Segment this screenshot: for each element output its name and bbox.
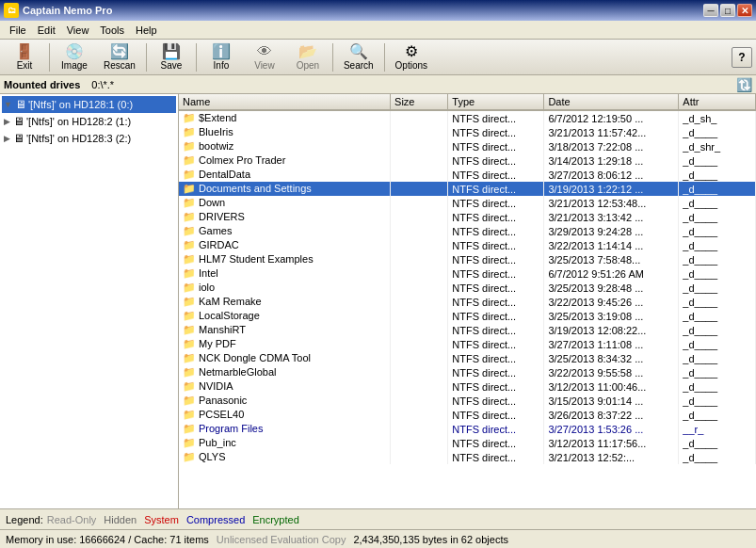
file-attr: _d____	[679, 394, 756, 408]
legend-bar: Legend: Read-Only Hidden System Compress…	[0, 508, 756, 529]
save-button[interactable]: 💾 Save	[151, 41, 192, 73]
table-row[interactable]: 📁DRIVERSNTFS direct...3/21/2013 3:13:42 …	[179, 210, 756, 224]
exit-button[interactable]: 🚪 Exit	[4, 41, 45, 73]
table-row[interactable]: 📁IntelNTFS direct...6/7/2012 9:51:26 AM_…	[179, 266, 756, 281]
table-row[interactable]: 📁GIRDACNTFS direct...3/22/2013 1:14:14 .…	[179, 238, 756, 252]
table-row[interactable]: 📁KaM RemakeNTFS direct...3/22/2013 9:45:…	[179, 295, 756, 309]
close-button[interactable]: ✕	[737, 4, 752, 17]
file-type: NTFS direct...	[448, 323, 544, 337]
file-size	[391, 394, 448, 408]
menu-tools[interactable]: Tools	[94, 23, 130, 38]
table-row[interactable]: 📁NetmarbleGlobalNTFS direct...3/22/2013 …	[179, 365, 756, 379]
table-row[interactable]: 📁NCK Dongle CDMA ToolNTFS direct...3/25/…	[179, 351, 756, 365]
legend-hidden: Hidden	[104, 514, 137, 525]
file-name: 📁bootwiz	[179, 139, 391, 153]
title-bar: 🗂 Captain Nemo Pro ─ □ ✕	[0, 0, 756, 21]
file-name: 📁GIRDAC	[179, 238, 391, 252]
view-icon: 👁	[257, 44, 272, 59]
rescan-icon: 🔄	[110, 44, 129, 59]
col-header-date[interactable]: Date	[544, 94, 679, 110]
table-row[interactable]: 📁Program FilesNTFS direct...3/27/2013 1:…	[179, 422, 756, 436]
table-row[interactable]: 📁BlueIrisNTFS direct...3/21/2013 11:57:4…	[179, 125, 756, 139]
rescan-label: Rescan	[104, 60, 136, 71]
file-attr: _d____	[679, 379, 756, 394]
file-type: NTFS direct...	[448, 436, 544, 450]
table-row[interactable]: 📁QLYSNTFS direct...3/21/2013 12:52:..._d…	[179, 450, 756, 464]
file-size	[391, 139, 448, 153]
file-type: NTFS direct...	[448, 365, 544, 379]
view-button[interactable]: 👁 View	[244, 41, 285, 73]
options-button[interactable]: ⚙ Options	[389, 41, 434, 73]
save-icon: 💾	[162, 44, 181, 59]
menu-edit[interactable]: Edit	[32, 23, 61, 38]
file-date: 3/19/2013 1:22:12 ...	[544, 182, 679, 196]
path-value: 0:\*.*	[91, 79, 114, 90]
table-row[interactable]: 📁$ExtendNTFS direct...6/7/2012 12:19:50 …	[179, 110, 756, 125]
file-icon: 📁	[183, 409, 196, 421]
col-header-type[interactable]: Type	[448, 94, 544, 110]
table-row[interactable]: 📁DownNTFS direct...3/21/2013 12:53:48...…	[179, 196, 756, 210]
open-button[interactable]: 📂 Open	[287, 41, 329, 73]
table-row[interactable]: 📁ManshiRTNTFS direct...3/19/2013 12:08:2…	[179, 323, 756, 337]
menu-file[interactable]: File	[4, 23, 32, 38]
table-row[interactable]: 📁DentalDataNTFS direct...3/27/2013 8:06:…	[179, 168, 756, 182]
table-row[interactable]: 📁PanasonicNTFS direct...3/15/2013 9:01:1…	[179, 394, 756, 408]
title-buttons: ─ □ ✕	[703, 4, 752, 17]
file-icon: 📁	[183, 211, 196, 223]
search-button[interactable]: 🔍 Search	[337, 41, 380, 73]
table-row[interactable]: 📁PCSEL40NTFS direct...3/26/2013 8:37:22 …	[179, 408, 756, 422]
rescan-button[interactable]: 🔄 Rescan	[97, 41, 142, 73]
table-row[interactable]: 📁NVIDIANTFS direct...3/12/2013 11:00:46.…	[179, 379, 756, 394]
drive-item-0[interactable]: ▼ 🖥 '[Ntfs]' on HD128:1 (0:)	[2, 96, 176, 113]
toolbar-sep-4	[332, 43, 333, 72]
maximize-button[interactable]: □	[720, 4, 735, 17]
legend-compressed: Compressed	[186, 514, 245, 525]
file-icon: 📁	[183, 296, 196, 308]
search-icon: 🔍	[349, 44, 368, 59]
refresh-icon[interactable]: 🔃	[736, 77, 752, 92]
file-size	[391, 238, 448, 252]
col-header-name[interactable]: Name	[179, 94, 391, 110]
minimize-button[interactable]: ─	[703, 4, 718, 17]
file-date: 3/12/2013 11:17:56...	[544, 436, 679, 450]
help-button[interactable]: ?	[732, 47, 752, 68]
info-label: Info	[214, 60, 230, 71]
file-name: 📁DentalData	[179, 168, 391, 182]
col-header-attr[interactable]: Attr	[679, 94, 756, 110]
file-icon: 📁	[183, 338, 196, 350]
file-type: NTFS direct...	[448, 168, 544, 182]
table-row[interactable]: 📁HLM7 Student ExamplesNTFS direct...3/25…	[179, 252, 756, 266]
file-date: 3/18/2013 7:22:08 ...	[544, 139, 679, 153]
menu-help[interactable]: Help	[130, 23, 163, 38]
file-icon: 📁	[183, 112, 196, 124]
file-name: 📁iolo	[179, 281, 391, 295]
info-button[interactable]: ℹ️ Info	[201, 41, 242, 73]
table-row[interactable]: 📁GamesNTFS direct...3/29/2013 9:24:28 ..…	[179, 224, 756, 238]
toolbar-sep-2	[146, 43, 147, 72]
file-name: 📁My PDF	[179, 337, 391, 351]
file-icon: 📁	[183, 267, 196, 280]
table-row[interactable]: 📁Colmex Pro TraderNTFS direct...3/14/201…	[179, 153, 756, 168]
legend-encrypted: Encrypted	[252, 514, 299, 525]
open-icon: 📂	[298, 44, 317, 59]
file-icon: 📁	[183, 154, 196, 167]
table-row[interactable]: 📁My PDFNTFS direct...3/27/2013 1:11:08 .…	[179, 337, 756, 351]
table-row[interactable]: 📁Documents and SettingsNTFS direct...3/1…	[179, 182, 756, 196]
drive-item-1[interactable]: ▶ 🖥 '[Ntfs]' on HD128:2 (1:)	[2, 113, 176, 130]
table-row[interactable]: 📁Pub_incNTFS direct...3/12/2013 11:17:56…	[179, 436, 756, 450]
col-header-size[interactable]: Size	[391, 94, 448, 110]
file-name: 📁Panasonic	[179, 394, 391, 408]
image-button[interactable]: 💿 Image	[54, 41, 95, 73]
table-row[interactable]: 📁LocalStorageNTFS direct...3/25/2013 3:1…	[179, 309, 756, 323]
file-name: 📁QLYS	[179, 450, 391, 464]
table-row[interactable]: 📁ioloNTFS direct...3/25/2013 9:28:48 ...…	[179, 281, 756, 295]
file-date: 3/22/2013 9:45:26 ...	[544, 295, 679, 309]
file-type: NTFS direct...	[448, 125, 544, 139]
file-table: Name Size Type Date Attr 📁$ExtendNTFS di…	[179, 94, 756, 464]
file-name: 📁DRIVERS	[179, 210, 391, 224]
file-size	[391, 182, 448, 196]
menu-view[interactable]: View	[61, 23, 95, 38]
table-row[interactable]: 📁bootwizNTFS direct...3/18/2013 7:22:08 …	[179, 139, 756, 153]
file-icon: 📁	[183, 282, 196, 294]
drive-item-2[interactable]: ▶ 🖥 '[Ntfs]' on HD128:3 (2:)	[2, 130, 176, 147]
